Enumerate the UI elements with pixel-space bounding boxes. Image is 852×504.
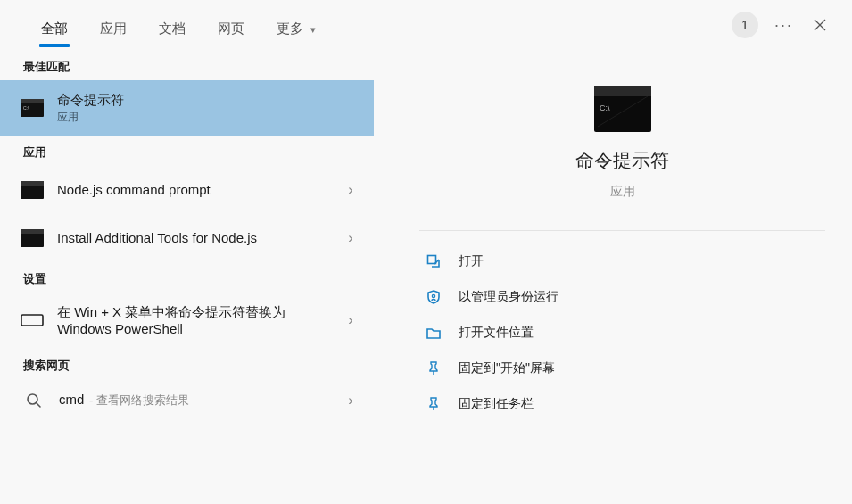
- app-result-text: Install Additional Tools for Node.js: [57, 226, 327, 251]
- pin-icon: [425, 359, 443, 377]
- app-result-title: Install Additional Tools for Node.js: [57, 229, 327, 247]
- best-match-list: C:\ 命令提示符 应用: [0, 80, 374, 136]
- action-label: 固定到"开始"屏幕: [459, 360, 555, 376]
- close-button[interactable]: [809, 14, 831, 36]
- tab-all[interactable]: 全部: [27, 4, 82, 46]
- best-match-subtitle: 应用: [57, 110, 361, 125]
- action-label: 打开: [459, 253, 484, 269]
- action-pin-taskbar[interactable]: 固定到任务栏: [419, 386, 825, 422]
- section-settings: 设置: [0, 262, 374, 293]
- settings-result-title: 在 Win + X 菜单中将命令提示符替换为 Windows PowerShel…: [57, 303, 327, 338]
- svg-rect-9: [21, 315, 43, 326]
- settings-result-winx[interactable]: 在 Win + X 菜单中将命令提示符替换为 Windows PowerShel…: [0, 293, 374, 349]
- content: 最佳匹配 C:\ 命令提示符 应用 应用: [0, 50, 852, 504]
- title-controls: 1 ···: [732, 12, 843, 38]
- settings-result-text: 在 Win + X 菜单中将命令提示符替换为 Windows PowerShel…: [57, 300, 327, 342]
- web-query: cmd: [59, 392, 84, 407]
- tab-apps[interactable]: 应用: [86, 4, 141, 46]
- svg-rect-6: [21, 181, 44, 186]
- chevron-right-icon: ›: [340, 230, 361, 246]
- search-icon: [21, 390, 46, 411]
- svg-line-11: [37, 403, 40, 407]
- app-result-node-cmd[interactable]: Node.js command prompt ›: [0, 166, 374, 214]
- svg-rect-13: [594, 86, 651, 96]
- svg-rect-8: [21, 229, 44, 234]
- apps-list: Node.js command prompt › Install Additio…: [0, 166, 374, 262]
- chevron-right-icon: ›: [340, 312, 361, 328]
- settings-list: 在 Win + X 菜单中将命令提示符替换为 Windows PowerShel…: [0, 293, 374, 349]
- section-search-web: 搜索网页: [0, 349, 374, 379]
- close-icon: [813, 18, 827, 32]
- tabs-row: 全部 应用 文档 网页 更多 ▾ 1 ···: [0, 0, 852, 50]
- profile-badge[interactable]: 1: [732, 12, 758, 38]
- search-window: 全部 应用 文档 网页 更多 ▾ 1 ··· 最佳匹配 C:\: [0, 0, 852, 504]
- chevron-right-icon: ›: [340, 392, 361, 409]
- shield-icon: [425, 288, 443, 306]
- web-result-item[interactable]: cmd - 查看网络搜索结果 ›: [0, 379, 374, 422]
- app-result-text: Node.js command prompt: [57, 178, 327, 202]
- tab-web[interactable]: 网页: [203, 4, 259, 46]
- preview-pane: C:\_ 命令提示符 应用 打开 以管理员身份运行: [375, 50, 852, 504]
- action-label: 打开文件位置: [459, 325, 534, 341]
- action-open-location[interactable]: 打开文件位置: [419, 315, 825, 351]
- section-apps: 应用: [0, 136, 374, 166]
- preview-head: C:\_ 命令提示符 应用: [419, 86, 825, 225]
- action-list: 打开 以管理员身份运行 打开文件位置: [419, 244, 825, 422]
- svg-point-16: [432, 294, 434, 297]
- web-result-text: cmd - 查看网络搜索结果: [59, 388, 327, 412]
- action-label: 固定到任务栏: [459, 396, 534, 412]
- svg-text:C:\_: C:\_: [600, 103, 616, 112]
- chevron-down-icon: ▾: [310, 4, 316, 54]
- cmd-icon: [20, 227, 45, 249]
- settings-rect-icon: [20, 310, 45, 331]
- svg-rect-15: [428, 256, 436, 264]
- action-run-admin[interactable]: 以管理员身份运行: [419, 279, 825, 315]
- preview-subtitle: 应用: [610, 184, 635, 200]
- cmd-icon: C:\: [20, 97, 45, 119]
- tab-more-label: 更多: [277, 21, 303, 36]
- best-match-text: 命令提示符 应用: [57, 87, 361, 128]
- best-match-item[interactable]: C:\ 命令提示符 应用: [0, 80, 374, 136]
- folder-icon: [425, 324, 443, 342]
- divider: [419, 230, 825, 231]
- results-pane: 最佳匹配 C:\ 命令提示符 应用 应用: [0, 50, 375, 504]
- web-hint: - 查看网络搜索结果: [86, 393, 189, 407]
- cmd-icon: [20, 179, 45, 201]
- best-match-title: 命令提示符: [57, 91, 361, 109]
- svg-point-10: [28, 394, 37, 404]
- action-label: 以管理员身份运行: [459, 289, 558, 305]
- action-pin-start[interactable]: 固定到"开始"屏幕: [419, 351, 825, 386]
- app-result-node-tools[interactable]: Install Additional Tools for Node.js ›: [0, 214, 374, 262]
- svg-rect-3: [21, 99, 44, 103]
- pin-icon: [425, 395, 443, 413]
- svg-text:C:\: C:\: [23, 105, 29, 111]
- more-options-icon[interactable]: ···: [774, 16, 793, 35]
- tab-more[interactable]: 更多 ▾: [262, 4, 330, 46]
- action-open[interactable]: 打开: [419, 244, 825, 279]
- open-icon: [425, 252, 443, 270]
- preview-title: 命令提示符: [575, 148, 669, 173]
- cmd-icon-large: C:\_: [594, 86, 651, 132]
- tab-docs[interactable]: 文档: [145, 4, 200, 46]
- chevron-right-icon: ›: [340, 182, 361, 198]
- section-best-match: 最佳匹配: [0, 50, 374, 80]
- app-result-title: Node.js command prompt: [57, 181, 211, 199]
